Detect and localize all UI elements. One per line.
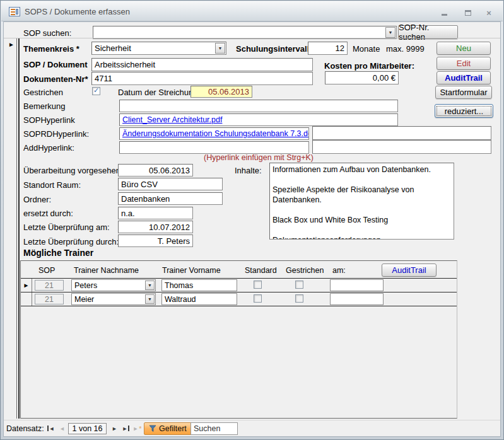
soprd-hyperlink-link[interactable]: Änderungsdokumentation Schulungsdatenban… — [122, 129, 309, 138]
standard-checkbox[interactable] — [254, 281, 262, 289]
standort-field[interactable]: Büro CSV — [118, 178, 223, 190]
trainer-sop-field: 21 — [35, 280, 64, 291]
standard-checkbox[interactable] — [254, 294, 262, 303]
trainer-am-field[interactable] — [330, 279, 384, 291]
filtered-label: Gefiltert — [159, 424, 187, 433]
add-hyperlink-field-2[interactable] — [312, 140, 491, 154]
form-icon-box — [16, 9, 18, 14]
trainer-nachname-value: Peters — [74, 281, 97, 290]
moegliche-trainer-heading: Mögliche Trainer — [23, 248, 93, 258]
record-selector-bar[interactable]: ► — [6, 38, 17, 419]
letzte-ueberpruefung-durch-field[interactable]: T. Peters — [118, 234, 193, 247]
schulungsintervall-field[interactable]: 12 — [308, 42, 348, 55]
row-separator — [21, 292, 457, 292]
dokumenten-nr-label: Dokumenten-Nr* — [23, 74, 88, 84]
audittrail-button[interactable]: AuditTrail — [437, 71, 491, 84]
sop-nr-suchen-button[interactable]: SOP-Nr. suchen — [398, 25, 458, 39]
inhalte-field[interactable]: Informationen zum Aufbau von Datenbanken… — [269, 163, 454, 240]
chevron-down-icon[interactable]: ▼ — [215, 43, 225, 54]
sop-suchen-label: SOP suchen: — [23, 28, 71, 38]
soprd-hyperlink-field[interactable]: Änderungsdokumentation Schulungsdatenban… — [119, 127, 309, 140]
kosten-label: Kosten pro Mitarbeiter: — [324, 61, 414, 71]
monate-label: Monate — [353, 44, 380, 54]
ordner-field[interactable]: Datenbanken — [118, 192, 223, 205]
neu-button[interactable]: Neu — [437, 42, 491, 55]
bemerkung-label: Bemerkung — [23, 101, 65, 111]
next-record-button[interactable]: ► — [109, 423, 120, 434]
sop-hyperlink-link[interactable]: Client_Server Architektur.pdf — [122, 115, 222, 124]
inhalte-label: Inhalte: — [235, 166, 262, 175]
reduziert-button[interactable]: reduziert... — [435, 104, 493, 118]
column-header-gestrichen: Gestrichen — [286, 266, 324, 275]
row-selector[interactable] — [21, 292, 32, 306]
column-header-am: am: — [332, 266, 346, 275]
column-header-nachname: Trainer Nachname — [74, 266, 139, 275]
row-selector[interactable]: ► — [21, 279, 32, 292]
themenkreis-combobox[interactable]: Sicherheit ▼ — [91, 42, 226, 55]
trainer-nachname-combobox[interactable]: Peters ▼ — [71, 279, 156, 291]
startformular-button[interactable]: Startformular — [435, 86, 492, 99]
minimize-button[interactable] — [437, 8, 451, 18]
form-icon-line — [11, 9, 15, 10]
datum-streichung-field[interactable]: 05.06.2013 — [190, 86, 252, 98]
gestrichen-checkbox[interactable] — [295, 294, 303, 303]
trainer-vorname-field[interactable]: Thomas — [161, 279, 237, 291]
first-record-button[interactable]: ◄ — [45, 423, 56, 434]
maximize-icon — [465, 10, 471, 16]
chevron-down-icon[interactable]: ▼ — [145, 281, 155, 290]
trainer-nachname-value: Meier — [74, 295, 94, 304]
themenkreis-label: Themenkreis * — [23, 44, 79, 54]
asterisk-icon: * — [139, 425, 141, 432]
form-body: SOP suchen: ▼ SOP-Nr. suchen ► Themenkre… — [3, 21, 501, 437]
form-icon-line — [11, 14, 15, 15]
max-note-label: max. 9999 — [386, 44, 425, 54]
close-icon: × — [486, 8, 491, 18]
bemerkung-field[interactable] — [119, 100, 398, 112]
chevron-down-icon[interactable]: ▼ — [145, 294, 155, 304]
header-divider — [4, 38, 500, 38]
filtered-button[interactable]: Gefiltert — [144, 422, 192, 435]
arrow-left-icon: ◄ — [59, 426, 65, 432]
ueberarbeitung-field[interactable]: 05.06.2013 — [118, 164, 193, 177]
maximize-button[interactable] — [461, 8, 475, 18]
gestrichen-label: Gestrichen — [23, 88, 63, 97]
sop-dokument-field[interactable]: Arbeitssicherheit — [91, 58, 313, 71]
add-hyperlink-field[interactable] — [119, 141, 309, 154]
sop-suchen-combobox[interactable]: ▼ — [93, 26, 397, 39]
detail-section-border — [18, 38, 20, 419]
gestrichen-checkbox[interactable] — [295, 281, 303, 289]
schulungsintervall-label: Schulungsintervall * — [236, 44, 315, 54]
letzte-ueberpruefung-am-field[interactable]: 10.07.2012 — [118, 221, 193, 233]
kosten-field[interactable]: 0,00 € — [325, 71, 399, 84]
arrow-right-icon: ► — [112, 426, 117, 432]
column-header-standard: Standard — [245, 266, 277, 275]
gestrichen-checkbox[interactable]: ✓ — [92, 87, 100, 95]
header-separator — [21, 278, 457, 279]
trainer-subform: SOP Trainer Nachname Trainer Vorname Sta… — [20, 260, 457, 419]
trainer-audittrail-button[interactable]: AuditTrail — [382, 263, 437, 277]
title-bar: SOPS / Dokumente erfassen × — [1, 1, 503, 21]
sop-hyperlink-field[interactable]: Client_Server Architektur.pdf — [119, 113, 398, 126]
soprd-hyperlink-label: SOPRDHyperlink: — [23, 129, 89, 139]
trainer-am-field[interactable] — [330, 293, 384, 305]
chevron-down-icon[interactable]: ▼ — [385, 27, 396, 38]
trainer-vorname-field[interactable]: Waltraud — [161, 293, 237, 305]
close-button[interactable]: × — [482, 8, 496, 18]
previous-record-button[interactable]: ◄ — [57, 423, 67, 434]
row-separator — [21, 306, 457, 306]
dokumenten-nr-field[interactable]: 4711 — [91, 72, 313, 85]
search-input[interactable]: Suchen — [190, 422, 238, 435]
record-navigation-bar: Datensatz: ◄ ◄ 1 von 16 ► ► ►* Gefiltert — [4, 420, 500, 436]
record-position-field[interactable]: 1 von 16 — [68, 423, 107, 434]
filter-funnel-icon — [149, 425, 156, 432]
sop-dokument-label: SOP / Dokument — [23, 60, 88, 69]
soprd-hyperlink-field-2[interactable] — [312, 126, 491, 140]
new-record-button[interactable]: ►* — [132, 423, 143, 434]
ersetzt-field[interactable]: n.a. — [118, 207, 193, 219]
current-record-arrow-icon: ► — [23, 282, 30, 289]
edit-button[interactable]: Edit — [437, 57, 491, 70]
trainer-nachname-combobox[interactable]: Meier ▼ — [71, 293, 156, 305]
ersetzt-label: ersetzt durch: — [23, 209, 73, 218]
last-record-button[interactable]: ► — [120, 423, 131, 434]
standort-label: Standort Raum: — [23, 180, 81, 190]
